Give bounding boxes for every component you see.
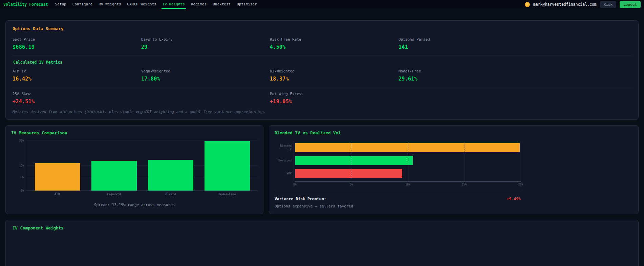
metric-label: Days to Expiry	[141, 37, 270, 42]
bar-blended-iv	[295, 143, 520, 152]
x-label-vega-wtd: Vega-Wtd	[86, 193, 143, 196]
metric-value: 16.42%	[13, 76, 141, 82]
sun-icon	[525, 2, 530, 7]
y-tick-label: 0%	[21, 189, 24, 192]
bar-slot	[86, 161, 142, 191]
gridline	[408, 141, 408, 181]
x-tick-label: 0%	[293, 183, 297, 186]
y-axis: 0%8%15%30%	[11, 141, 27, 191]
iv-measures-title: IV Measures Comparison	[11, 130, 258, 135]
charts-row: IV Measures Comparison 0%8%15%30%ATMVega…	[5, 125, 639, 214]
metric-value: 18.37%	[270, 76, 399, 82]
vrp-label: Variance Risk Premium:	[275, 197, 326, 201]
gridline	[27, 140, 258, 140]
metric-options-parsed: Options Parsed141	[399, 37, 527, 50]
bar-atm	[35, 163, 80, 191]
nav-item-rv-weights[interactable]: RV Weights	[98, 0, 122, 9]
label-vrp: VRP	[275, 169, 292, 178]
metric-25-skew: 25Δ Skew+24.51%	[13, 92, 141, 105]
summary-footnote: Metrics derived from mid prices (bid/ask…	[13, 110, 631, 114]
metric-label: 25Δ Skew	[13, 92, 141, 96]
vrp-value: +9.49%	[507, 197, 521, 201]
nav-items: SetupConfigureRV WeightsGARCH WeightsIV …	[54, 0, 258, 9]
metric-label: Vega-Weighted	[141, 69, 270, 73]
metric-label: Model-Free	[399, 69, 527, 73]
iv-measures-chart: 0%8%15%30%ATMVega-WtdOI-WtdModel-Free	[11, 141, 258, 196]
metric-label: Spot Price	[13, 37, 141, 42]
nav-item-iv-weights[interactable]: IV Weights	[162, 0, 186, 9]
x-tick-label: 10%	[405, 183, 410, 186]
nav-item-regimes[interactable]: Regimes	[190, 0, 208, 9]
metric-atm-iv: ATM IV16.42%	[13, 69, 141, 82]
x-tick-label: 20%	[518, 183, 523, 186]
metric-label: Risk-Free Rate	[270, 37, 399, 42]
blended-iv-title: Blended IV vs Realized Vol	[275, 130, 633, 135]
nav-item-backtest[interactable]: Backtest	[212, 0, 232, 9]
iv-component-weights-title: IV Component Weights	[13, 225, 631, 230]
app-brand: Volatility Forecast	[3, 2, 48, 7]
metric-put-wing-excess: Put Wing Excess+19.05%	[270, 92, 399, 105]
x-label-atm: ATM	[29, 193, 86, 196]
bar-model-free	[205, 141, 250, 191]
metric-label: Put Wing Excess	[270, 92, 399, 96]
nav-right: mark@harvestedfinancial.com Risk Logout	[525, 1, 641, 8]
label-realized: Realized	[275, 156, 292, 165]
calculated-iv-section: Calculated IV Metrics ATM IV16.42%Vega-W…	[13, 55, 631, 82]
spread-caption: Spread: 13.19% range across measures	[11, 203, 258, 207]
blended-iv-card: Blended IV vs Realized Vol Blended IVRea…	[269, 125, 639, 214]
x-label-oi-wtd: OI-Wtd	[142, 193, 199, 196]
bar-slot	[143, 160, 199, 191]
bars	[27, 141, 258, 191]
summary-card-title: Options Data Summary	[13, 26, 631, 31]
bar-slot	[29, 163, 86, 191]
bar-slot	[199, 141, 256, 191]
y-tick-label: 30%	[19, 139, 24, 142]
gridline	[352, 141, 352, 181]
metric-days-to-expiry: Days to Expiry29	[141, 37, 270, 50]
metrics-row-3: 25Δ Skew+24.51%Put Wing Excess+19.05%	[13, 87, 631, 105]
vrp-row: Variance Risk Premium: +9.49%	[275, 192, 521, 201]
metric-label: ATM IV	[13, 69, 141, 73]
metric-oi-weighted: OI-Weighted18.37%	[270, 69, 399, 82]
metric-label: OI-Weighted	[270, 69, 399, 73]
metric-value: $686.19	[13, 44, 141, 50]
gridline	[465, 141, 465, 181]
bar-vega-wtd	[91, 161, 137, 191]
nav-item-garch-weights[interactable]: GARCH Weights	[126, 0, 157, 9]
metrics-row-2: ATM IV16.42%Vega-Weighted17.80%OI-Weight…	[13, 69, 631, 82]
metric-value: 17.80%	[141, 76, 270, 82]
x-tick-label: 15%	[462, 183, 467, 186]
x-labels: ATMVega-WtdOI-WtdModel-Free	[27, 193, 258, 196]
nav-item-configure[interactable]: Configure	[71, 0, 94, 9]
logout-button[interactable]: Logout	[620, 1, 641, 8]
metric-value: +19.05%	[270, 98, 399, 105]
y-tick-label: 15%	[19, 164, 24, 167]
plot-area	[27, 141, 258, 191]
metric-value: +24.51%	[13, 98, 141, 105]
metric-value: 29	[141, 44, 270, 50]
bar-oi-wtd	[148, 160, 193, 191]
options-data-summary-card: Options Data Summary Spot Price$686.19Da…	[5, 20, 639, 120]
calculated-iv-title: Calculated IV Metrics	[13, 60, 631, 65]
metric-label: Options Parsed	[399, 37, 527, 42]
bar-vrp	[295, 169, 402, 178]
gridline	[521, 141, 521, 181]
y-tick-label: 8%	[21, 176, 24, 179]
x-ticks: 0%5%10%15%20%	[295, 183, 521, 187]
blended-iv-chart: Blended IVRealizedVRP0%5%10%15%20%	[275, 141, 521, 187]
metric-value: 29.61%	[399, 76, 527, 82]
x-tick-label: 5%	[350, 183, 353, 186]
top-nav: Volatility Forecast SetupConfigureRV Wei…	[0, 0, 644, 9]
metric-model-free: Model-Free29.61%	[399, 69, 527, 82]
iv-component-weights-card: IV Component Weights	[5, 220, 639, 266]
risk-button[interactable]: Risk	[600, 1, 617, 8]
plot-area	[295, 141, 521, 182]
metrics-row-1: Spot Price$686.19Days to Expiry29Risk-Fr…	[13, 37, 631, 50]
nav-item-optimizer[interactable]: Optimizer	[236, 0, 258, 9]
nav-item-setup[interactable]: Setup	[54, 0, 67, 9]
metric-vega-weighted: Vega-Weighted17.80%	[141, 69, 270, 82]
y-labels: Blended IVRealizedVRP	[275, 141, 292, 182]
main-content: Options Data Summary Spot Price$686.19Da…	[0, 9, 644, 266]
label-blended-iv: Blended IV	[275, 143, 292, 152]
blended-chart-wrap: Blended IVRealizedVRP0%5%10%15%20% Varia…	[275, 141, 521, 208]
